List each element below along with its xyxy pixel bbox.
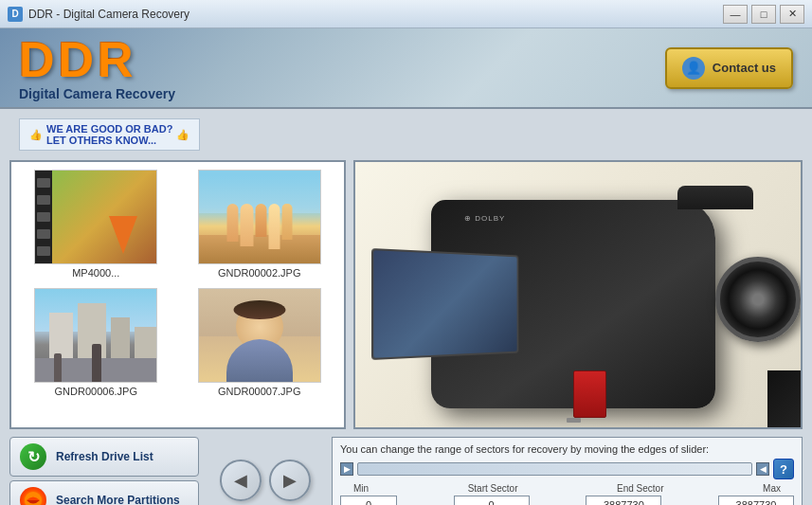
minimize-button[interactable]: — <box>723 5 748 24</box>
rating-line1: WE ARE GOOD OR BAD? <box>46 123 172 135</box>
end-sector-label: End Sector <box>617 483 663 494</box>
cone-shape <box>109 216 137 254</box>
window-title: DDR - Digital Camera Recovery <box>28 8 189 21</box>
thumbnail-item[interactable]: MP4000... <box>19 170 173 279</box>
maximize-button[interactable]: □ <box>751 5 776 24</box>
title-bar-left: D DDR - Digital Camera Recovery <box>8 7 189 22</box>
close-button[interactable]: ✕ <box>780 5 804 24</box>
rating-banner-wrapper: 👍 WE ARE GOOD OR BAD? LET OTHERS KNOW...… <box>0 109 812 158</box>
app-subtitle: Digital Camera Recovery <box>19 86 175 101</box>
rating-banner[interactable]: 👍 WE ARE GOOD OR BAD? LET OTHERS KNOW...… <box>19 118 200 151</box>
min-label: Min <box>353 483 369 494</box>
film-hole <box>37 212 50 222</box>
rating-line2: LET OTHERS KNOW... <box>46 135 156 146</box>
camera-image: ⊕ DOLBY <box>355 162 801 427</box>
thumb-group-content <box>199 171 320 263</box>
sector-panel: You can change the range of sectors for … <box>332 437 803 505</box>
thumbnail-panel: MP4000... <box>9 160 346 429</box>
contact-button[interactable]: 👤 Contact us <box>665 47 793 89</box>
min-value: 0 <box>340 496 397 505</box>
rewind-button[interactable]: ◀ <box>220 460 262 501</box>
thumbnail-image-1[interactable] <box>198 170 321 264</box>
film-strip <box>35 171 52 263</box>
slider-left-button[interactable]: ▶ <box>340 462 353 476</box>
sector-labels: Min Start Sector End Sector Max <box>340 483 794 494</box>
ddr-logo: DDR <box>19 35 175 84</box>
contact-label: Contact us <box>713 61 776 75</box>
thumbnail-label-3: GNDR00007.JPG <box>218 386 300 397</box>
sector-inputs: 0 0 3887730 3887730 <box>340 496 794 505</box>
thumb-food-content <box>52 171 156 263</box>
header-left: DDR Digital Camera Recovery <box>19 35 175 101</box>
rewind-icon: ◀ <box>234 470 247 491</box>
sector-description: You can change the range of sectors for … <box>340 443 794 455</box>
title-bar: D DDR - Digital Camera Recovery — □ ✕ <box>0 0 812 28</box>
rating-icon-right: 👍 <box>176 129 189 141</box>
film-hole <box>37 229 50 239</box>
thumbnail-label-2: GNDR00006.JPG <box>55 386 137 397</box>
main-content: MP4000... <box>0 158 812 433</box>
film-hole <box>37 195 50 205</box>
thumbnail-scroll[interactable]: MP4000... <box>11 162 344 427</box>
people-silhouette <box>226 204 292 249</box>
thumb-portrait-content <box>199 289 320 382</box>
thumbnail-item[interactable]: GNDR00007.JPG <box>183 288 337 397</box>
camera-panel: ⊕ DOLBY <box>353 160 803 429</box>
play-button[interactable]: ▶ <box>269 460 311 501</box>
thumbnail-image-0[interactable] <box>34 170 157 264</box>
title-bar-controls: — □ ✕ <box>723 5 804 24</box>
end-sector-input[interactable]: 3887730 <box>586 496 661 505</box>
refresh-icon: ↻ <box>20 443 46 470</box>
slider-track[interactable] <box>357 462 752 476</box>
start-sector-input[interactable]: 0 <box>454 496 530 505</box>
partitions-label: Search More Partitions <box>56 494 180 505</box>
thumbnail-item[interactable]: GNDR00006.JPG <box>19 288 173 397</box>
rating-text: WE ARE GOOD OR BAD? LET OTHERS KNOW... <box>46 123 172 146</box>
thumbnail-image-2[interactable] <box>34 288 157 383</box>
slider-right-button[interactable]: ◀ <box>756 462 769 476</box>
thumbnail-image-3[interactable] <box>198 288 321 383</box>
sector-slider-row: ▶ ◀ ? <box>340 459 794 479</box>
thumbnail-grid: MP4000... <box>19 170 336 397</box>
rating-icon-left: 👍 <box>29 129 43 141</box>
header: DDR Digital Camera Recovery 👤 Contact us <box>0 28 812 109</box>
refresh-label: Refresh Drive List <box>56 450 153 463</box>
help-button[interactable]: ? <box>773 459 794 479</box>
film-hole <box>37 178 50 188</box>
film-hole <box>37 246 50 256</box>
thumbnail-item[interactable]: GNDR00002.JPG <box>183 170 337 279</box>
refresh-drive-button[interactable]: ↻ Refresh Drive List <box>9 437 199 477</box>
play-icon: ▶ <box>283 470 297 491</box>
media-controls: ◀ ▶ <box>208 437 322 505</box>
app-icon: D <box>8 7 23 22</box>
thumbnail-label-0: MP4000... <box>72 267 119 279</box>
left-buttons: ↻ Refresh Drive List Search More Partiti… <box>9 437 199 505</box>
search-partitions-button[interactable]: Search More Partitions <box>9 480 199 505</box>
max-value: 3887730 <box>718 496 794 505</box>
bottom-section: ↻ Refresh Drive List Search More Partiti… <box>0 433 812 505</box>
thumbnail-label-1: GNDR00002.JPG <box>218 267 300 279</box>
max-label: Max <box>763 483 781 494</box>
start-sector-label: Start Sector <box>468 483 518 494</box>
contact-icon: 👤 <box>682 57 705 80</box>
partitions-icon <box>20 487 46 505</box>
thumb-street-content <box>35 289 156 382</box>
thumb-video-content <box>35 171 156 263</box>
